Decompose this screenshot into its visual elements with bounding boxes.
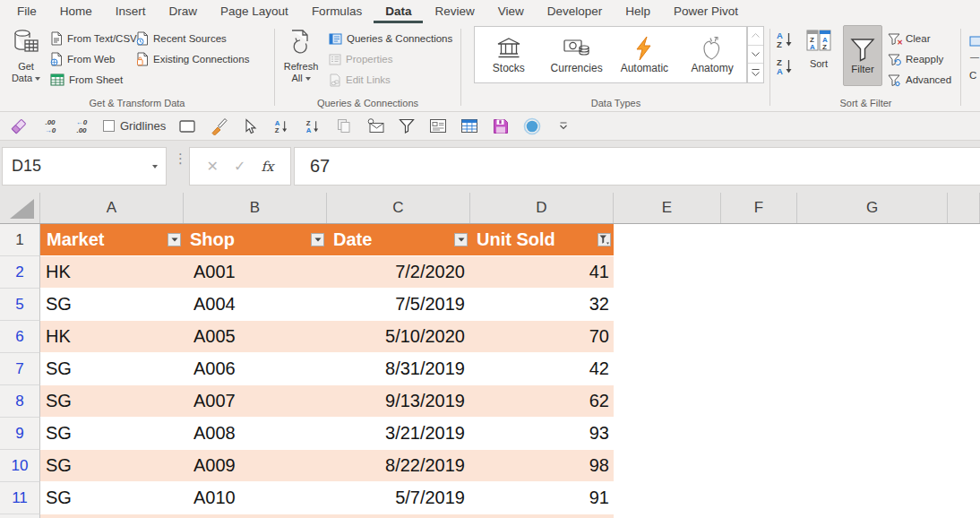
row-header-2[interactable]: 2 (0, 256, 40, 289)
column-header-A[interactable]: A (40, 193, 184, 223)
cell[interactable]: 8/22/2019 (327, 450, 470, 482)
rectangle-icon[interactable] (177, 117, 197, 136)
tab-help[interactable]: Help (614, 0, 662, 23)
cell[interactable]: 98 (470, 450, 614, 482)
table-icon[interactable] (460, 117, 479, 136)
advanced-filter-button[interactable]: Advanced (888, 71, 951, 89)
cell[interactable]: A006 (184, 353, 327, 385)
cell[interactable]: 91 (470, 482, 614, 514)
cell[interactable]: A009 (184, 450, 327, 482)
tab-page-layout[interactable]: Page Layout (209, 0, 300, 23)
cell[interactable]: A008 (184, 418, 327, 450)
column-header-F[interactable]: F (721, 193, 797, 223)
tab-view[interactable]: View (486, 0, 536, 23)
save-icon[interactable] (491, 117, 511, 136)
queries-connections-button[interactable]: Queries & Connections (329, 30, 452, 47)
sort-az-icon[interactable]: AZ (271, 117, 291, 136)
sort-button[interactable]: Z A A Z Sort (798, 28, 839, 70)
sort-za-icon[interactable]: ZA (303, 117, 322, 136)
cell[interactable]: A001 (184, 256, 327, 289)
cell[interactable]: HK (40, 256, 184, 289)
cell[interactable]: SG (40, 385, 184, 418)
eraser-icon[interactable] (9, 117, 29, 136)
cell[interactable]: A007 (184, 385, 327, 418)
tab-formulas[interactable]: Formulas (300, 0, 374, 23)
existing-connections-button[interactable]: Existing Connections (136, 50, 249, 68)
from-sheet-button[interactable]: From Sheet (50, 71, 123, 89)
row-header-5[interactable]: 5 (0, 289, 40, 321)
table-header-cell[interactable]: Market (40, 224, 184, 256)
mail-attach-icon[interactable] (365, 117, 385, 136)
data-type-currencies[interactable]: Currencies (543, 27, 611, 82)
cell[interactable]: 8/31/2019 (327, 353, 470, 385)
name-box[interactable]: D15 (2, 147, 167, 186)
cell[interactable]: 62 (470, 385, 614, 418)
row-header-8[interactable]: 8 (0, 385, 40, 418)
cell[interactable]: 7/2/2020 (327, 256, 470, 289)
cell[interactable]: 42 (470, 353, 614, 385)
cell[interactable]: SG (40, 289, 184, 321)
tab-developer[interactable]: Developer (536, 0, 615, 23)
cursor-icon[interactable] (240, 117, 260, 136)
row-header-1[interactable]: 1 (0, 224, 40, 256)
recent-sources-button[interactable]: Recent Sources (136, 30, 227, 47)
column-header-partial[interactable] (948, 193, 980, 223)
row-header-9[interactable]: 9 (0, 418, 40, 450)
filter-dropdown-button[interactable] (454, 233, 468, 246)
sort-descending-button[interactable]: Z A (775, 57, 795, 75)
filter-icon[interactable] (397, 117, 417, 136)
form-icon[interactable] (428, 117, 448, 136)
cell[interactable]: 5/7/2019 (327, 482, 470, 514)
column-header-B[interactable]: B (184, 193, 327, 223)
table-header-cell[interactable]: Date (327, 224, 470, 256)
table-header-cell[interactable]: Unit Sold (470, 224, 614, 256)
sort-ascending-button[interactable]: A Z (775, 30, 795, 48)
increase-decimal-icon[interactable]: .00→0 (40, 117, 60, 136)
cell[interactable]: 3/21/2019 (327, 418, 470, 450)
column-header-E[interactable]: E (614, 193, 721, 223)
formula-bar-handle[interactable]: ⋮ (174, 154, 187, 162)
properties-button[interactable]: Properties (329, 50, 392, 68)
row-header-11[interactable]: 11 (0, 482, 40, 514)
cell[interactable]: 32 (470, 289, 614, 321)
gallery-scroll-down[interactable] (748, 46, 763, 65)
cell[interactable]: A005 (184, 321, 327, 353)
clear-filter-button[interactable]: ✕ Clear (888, 30, 930, 47)
tab-insert[interactable]: Insert (104, 0, 158, 23)
decrease-decimal-icon[interactable]: ←0.00 (72, 117, 91, 136)
data-type-stocks[interactable]: Stocks (475, 27, 543, 82)
cell[interactable]: 5/10/2020 (327, 321, 470, 353)
cell[interactable]: SG (40, 482, 184, 514)
gridlines-checkbox[interactable] (103, 120, 115, 132)
cell[interactable]: 70 (470, 321, 614, 353)
data-type-automatic[interactable]: Automatic (611, 27, 679, 82)
cell[interactable]: A004 (184, 289, 327, 321)
partial-button-label[interactable]: C (969, 70, 976, 81)
tab-home[interactable]: Home (48, 0, 104, 23)
reapply-filter-button[interactable]: Reapply (888, 50, 943, 68)
from-web-button[interactable]: From Web (50, 50, 115, 68)
cell[interactable]: SG (40, 353, 184, 385)
cell[interactable]: 93 (470, 418, 614, 450)
gallery-scroll-up[interactable] (748, 27, 763, 46)
insert-function-icon[interactable]: fx (261, 159, 273, 175)
filter-applied-button[interactable] (597, 233, 611, 246)
column-header-G[interactable]: G (797, 193, 948, 223)
tab-draw[interactable]: Draw (158, 0, 210, 23)
name-box-dropdown-icon[interactable] (152, 165, 158, 168)
cancel-icon[interactable]: ✕ (207, 158, 219, 175)
filter-button-active[interactable]: Filter (843, 25, 882, 86)
cell[interactable]: 9/13/2019 (327, 385, 470, 418)
filter-dropdown-button[interactable] (168, 233, 181, 246)
formula-bar[interactable]: 67 (294, 147, 980, 186)
select-all-corner[interactable] (0, 193, 40, 223)
cell[interactable]: A010 (184, 482, 327, 514)
tab-data[interactable]: Data (374, 0, 423, 23)
table-header-cell[interactable]: Shop (184, 224, 327, 256)
row-header-10[interactable]: 10 (0, 450, 40, 482)
tab-review[interactable]: Review (423, 0, 486, 23)
tab-file[interactable]: File (5, 0, 48, 23)
edit-links-button[interactable]: Edit Links (329, 71, 391, 89)
column-header-C[interactable]: C (327, 193, 470, 223)
tab-power-pivot[interactable]: Power Pivot (662, 0, 750, 23)
